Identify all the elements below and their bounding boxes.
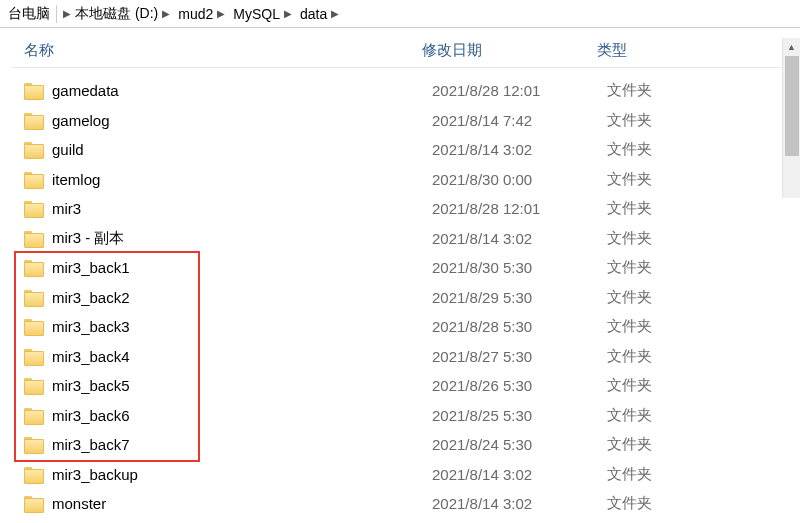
breadcrumb-item-mud2[interactable]: mud2 ▶: [174, 0, 229, 27]
file-type: 文件夹: [607, 406, 788, 425]
folder-icon: [24, 290, 42, 305]
list-item[interactable]: gamelog2021/8/14 7:42文件夹: [12, 106, 788, 136]
breadcrumb: 台电脑 ▶ 本地磁盘 (D:) ▶ mud2 ▶ MySQL ▶ data ▶: [0, 0, 800, 28]
file-name: mir3_back1: [52, 259, 432, 276]
file-type: 文件夹: [607, 199, 788, 218]
file-date: 2021/8/28 12:01: [432, 200, 607, 217]
column-header-name[interactable]: 名称: [12, 41, 422, 60]
file-type: 文件夹: [607, 81, 788, 100]
file-name: monster: [52, 495, 432, 512]
file-name: mir3_back3: [52, 318, 432, 335]
folder-icon: [24, 113, 42, 128]
file-name: mir3_back7: [52, 436, 432, 453]
file-type: 文件夹: [607, 347, 788, 366]
file-date: 2021/8/14 3:02: [432, 230, 607, 247]
column-header-type[interactable]: 类型: [597, 41, 788, 60]
list-item[interactable]: mir3_back42021/8/27 5:30文件夹: [12, 342, 788, 372]
breadcrumb-item-drive[interactable]: 本地磁盘 (D:) ▶: [71, 0, 174, 27]
folder-icon: [24, 201, 42, 216]
file-type: 文件夹: [607, 229, 788, 248]
list-item[interactable]: guild2021/8/14 3:02文件夹: [12, 135, 788, 165]
file-name: mir3_backup: [52, 466, 432, 483]
folder-icon: [24, 349, 42, 364]
file-type: 文件夹: [607, 376, 788, 395]
file-date: 2021/8/14 7:42: [432, 112, 607, 129]
breadcrumb-label: 台电脑: [8, 5, 50, 23]
file-date: 2021/8/30 0:00: [432, 171, 607, 188]
chevron-right-icon: ▶: [217, 8, 225, 19]
file-name: gamedata: [52, 82, 432, 99]
chevron-right-icon: ▶: [331, 8, 339, 19]
file-date: 2021/8/28 12:01: [432, 82, 607, 99]
list-item[interactable]: mir32021/8/28 12:01文件夹: [12, 194, 788, 224]
folder-icon: [24, 142, 42, 157]
chevron-right-icon: ▶: [162, 8, 170, 19]
file-date: 2021/8/25 5:30: [432, 407, 607, 424]
file-date: 2021/8/24 5:30: [432, 436, 607, 453]
file-type: 文件夹: [607, 435, 788, 454]
file-name: mir3_back4: [52, 348, 432, 365]
file-type: 文件夹: [607, 317, 788, 336]
file-date: 2021/8/26 5:30: [432, 377, 607, 394]
folder-icon: [24, 378, 42, 393]
folder-icon: [24, 260, 42, 275]
file-date: 2021/8/14 3:02: [432, 495, 607, 512]
breadcrumb-label: mud2: [178, 6, 213, 22]
file-list-pane: 名称 修改日期 类型 ▲ gamedata2021/8/28 12:01文件夹g…: [0, 28, 800, 519]
folder-icon: [24, 437, 42, 452]
list-item[interactable]: gamedata2021/8/28 12:01文件夹: [12, 76, 788, 106]
list-item[interactable]: mir3 - 副本2021/8/14 3:02文件夹: [12, 224, 788, 254]
list-item[interactable]: mir3_backup2021/8/14 3:02文件夹: [12, 460, 788, 490]
file-type: 文件夹: [607, 465, 788, 484]
file-type: 文件夹: [607, 170, 788, 189]
file-name: mir3: [52, 200, 432, 217]
file-type: 文件夹: [607, 111, 788, 130]
file-name: guild: [52, 141, 432, 158]
list-body: gamedata2021/8/28 12:01文件夹gamelog2021/8/…: [12, 68, 788, 519]
column-header-date[interactable]: 修改日期: [422, 41, 597, 60]
list-item[interactable]: mir3_back32021/8/28 5:30文件夹: [12, 312, 788, 342]
breadcrumb-item-data[interactable]: data ▶: [296, 0, 343, 27]
list-item[interactable]: itemlog2021/8/30 0:00文件夹: [12, 165, 788, 195]
file-type: 文件夹: [607, 494, 788, 513]
file-date: 2021/8/28 5:30: [432, 318, 607, 335]
file-name: mir3_back6: [52, 407, 432, 424]
folder-icon: [24, 83, 42, 98]
file-type: 文件夹: [607, 258, 788, 277]
list-item[interactable]: mir3_back72021/8/24 5:30文件夹: [12, 430, 788, 460]
breadcrumb-label: 本地磁盘 (D:): [75, 5, 158, 23]
file-date: 2021/8/30 5:30: [432, 259, 607, 276]
list-item[interactable]: mir3_back12021/8/30 5:30文件夹: [12, 253, 788, 283]
file-name: gamelog: [52, 112, 432, 129]
folder-icon: [24, 172, 42, 187]
chevron-right-icon: ▶: [284, 8, 292, 19]
breadcrumb-separator: [56, 5, 57, 23]
folder-icon: [24, 496, 42, 511]
file-date: 2021/8/14 3:02: [432, 141, 607, 158]
file-name: itemlog: [52, 171, 432, 188]
list-item[interactable]: mir3_back22021/8/29 5:30文件夹: [12, 283, 788, 313]
folder-icon: [24, 231, 42, 246]
folder-icon: [24, 467, 42, 482]
file-date: 2021/8/14 3:02: [432, 466, 607, 483]
breadcrumb-item-mysql[interactable]: MySQL ▶: [229, 0, 296, 27]
file-type: 文件夹: [607, 288, 788, 307]
file-name: mir3_back5: [52, 377, 432, 394]
list-item[interactable]: mir3_back52021/8/26 5:30文件夹: [12, 371, 788, 401]
list-header: 名称 修改日期 类型: [12, 38, 788, 68]
list-item[interactable]: mir3_back62021/8/25 5:30文件夹: [12, 401, 788, 431]
list-item[interactable]: monster2021/8/14 3:02文件夹: [12, 489, 788, 519]
breadcrumb-item-computer[interactable]: 台电脑: [4, 0, 54, 27]
file-date: 2021/8/27 5:30: [432, 348, 607, 365]
chevron-right-icon[interactable]: ▶: [63, 8, 71, 19]
file-type: 文件夹: [607, 140, 788, 159]
folder-icon: [24, 319, 42, 334]
breadcrumb-label: MySQL: [233, 6, 280, 22]
file-name: mir3_back2: [52, 289, 432, 306]
file-name: mir3 - 副本: [52, 229, 432, 248]
folder-icon: [24, 408, 42, 423]
file-date: 2021/8/29 5:30: [432, 289, 607, 306]
breadcrumb-label: data: [300, 6, 327, 22]
scroll-up-icon[interactable]: ▲: [783, 38, 800, 56]
